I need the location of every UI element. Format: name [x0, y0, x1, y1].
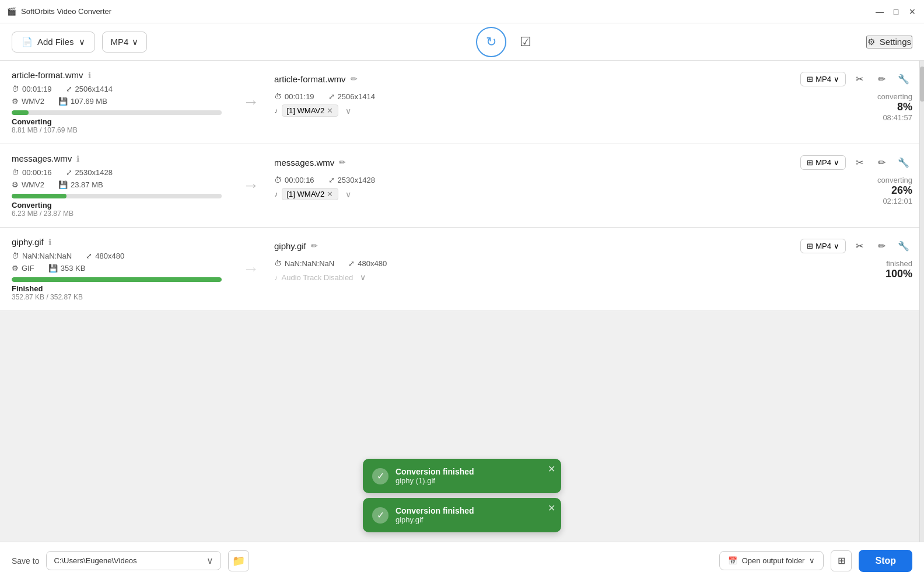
codec-icon: ⚙: [12, 180, 19, 189]
file-meta: ⏱ 00:00:16 ⤢ 2530x1428: [12, 168, 222, 177]
stop-button[interactable]: Stop: [859, 550, 912, 572]
edit-icon[interactable]: ✏: [339, 158, 346, 167]
info-icon[interactable]: ℹ: [48, 238, 51, 247]
toast-close-button[interactable]: ✕: [548, 503, 555, 514]
output-format-tag[interactable]: ⊞ MP4 ∨: [800, 155, 846, 170]
table-row: article-format.wmv ℹ ⏱ 00:01:19 ⤢ 2506x1…: [0, 61, 924, 144]
output-meta: ⏱ NaN:NaN:NaN ⤢ 480x480: [274, 259, 387, 268]
output-resolution: ⤢ 2530x1428: [328, 176, 375, 184]
status-col: converting 8% 08:41:57: [877, 92, 912, 122]
toast-filename: giphy (1).gif: [396, 476, 552, 485]
status-badge: finished: [886, 259, 912, 268]
audio-row: ♪ [1] WMAV2 ✕ ∨: [274, 188, 375, 200]
cut-button[interactable]: ✂: [850, 237, 868, 254]
resize-icon: ⤢: [66, 168, 72, 177]
wrench-button[interactable]: 🔧: [895, 237, 912, 254]
app-icon: 🎬: [7, 7, 16, 16]
codec-item: ⚙ WMV2: [12, 180, 44, 189]
info-icon[interactable]: ℹ: [88, 71, 91, 80]
scrollbar-track[interactable]: [919, 61, 924, 542]
format-tag-chevron: ∨: [834, 242, 839, 250]
file-output-panel: giphy.gif ✏ ⊞ MP4 ∨ ✂ ✏ 🔧: [268, 237, 912, 301]
title-bar: 🎬 SoftOrbits Video Converter — □ ✕: [0, 0, 924, 23]
convert-button[interactable]: ↻: [476, 27, 506, 57]
file-input-panel: article-format.wmv ℹ ⏱ 00:01:19 ⤢ 2506x1…: [12, 70, 233, 134]
time-remaining: 02:12:01: [877, 197, 912, 205]
minimize-button[interactable]: —: [875, 7, 884, 16]
audio-remove-icon[interactable]: ✕: [327, 106, 333, 115]
progress-label: Finished: [12, 284, 222, 293]
open-folder-label: Open output folder: [742, 556, 805, 565]
file-input-panel: giphy.gif ℹ ⏱ NaN:NaN:NaN ⤢ 480x480 ⚙ GI…: [12, 237, 233, 301]
clock-icon: ⏱: [12, 168, 19, 177]
settings-icon: ⚙: [867, 37, 875, 47]
output-duration: ⏱ 00:00:16: [274, 176, 314, 184]
disk-icon: 💾: [58, 97, 68, 106]
app-title: SoftOrbits Video Converter: [21, 7, 111, 16]
edit-icon[interactable]: ✏: [311, 241, 318, 250]
cut-button[interactable]: ✂: [850, 154, 868, 171]
edit-button[interactable]: ✏: [873, 237, 890, 254]
clock-icon: ⏱: [12, 85, 19, 93]
audio-track-badge: [1] WMAV2 ✕: [282, 104, 339, 117]
output-resize-icon: ⤢: [328, 176, 335, 184]
calendar-icon: 📅: [728, 556, 737, 565]
output-header: article-format.wmv ✏ ⊞ MP4 ∨ ✂ ✏ 🔧: [274, 70, 912, 88]
grid-view-button[interactable]: ⊞: [831, 550, 852, 571]
table-row: giphy.gif ℹ ⏱ NaN:NaN:NaN ⤢ 480x480 ⚙ GI…: [0, 228, 924, 311]
cut-button[interactable]: ✂: [850, 70, 868, 88]
browse-folder-button[interactable]: 📁: [228, 550, 249, 571]
format-button[interactable]: MP4 ∨: [102, 32, 148, 53]
path-dropdown-icon[interactable]: ∨: [206, 555, 214, 566]
progress-bar-bg: [12, 110, 222, 115]
edit-button[interactable]: ✏: [873, 70, 890, 88]
wrench-button[interactable]: 🔧: [895, 154, 912, 171]
output-format-tag[interactable]: ⊞ MP4 ∨: [800, 239, 846, 253]
output-meta: ⏱ 00:01:19 ⤢ 2506x1414: [274, 92, 375, 101]
output-clock-icon: ⏱: [274, 259, 282, 268]
table-row: messages.wmv ℹ ⏱ 00:00:16 ⤢ 2530x1428 ⚙ …: [0, 144, 924, 228]
close-button[interactable]: ✕: [908, 7, 917, 16]
codec-icon: ⚙: [12, 264, 19, 273]
status-badge: converting: [877, 92, 912, 101]
time-remaining: 08:41:57: [877, 113, 912, 122]
scrollbar-thumb[interactable]: [920, 67, 924, 102]
add-files-button[interactable]: 📄 Add Files ∨: [12, 32, 95, 53]
toast-filename: giphy.gif: [396, 515, 552, 524]
progress-section: Converting 8.81 MB / 107.69 MB: [12, 110, 222, 134]
output-format-tag[interactable]: ⊞ MP4 ∨: [800, 72, 846, 86]
toast-title: Conversion finished: [396, 506, 552, 515]
progress-size: 352.87 KB / 352.87 KB: [12, 293, 222, 301]
settings-button[interactable]: ⚙ Settings: [866, 36, 912, 48]
wrench-button[interactable]: 🔧: [895, 70, 912, 88]
edit-icon[interactable]: ✏: [351, 74, 358, 83]
save-path-input[interactable]: [54, 556, 203, 565]
size-item: 💾 353 KB: [48, 264, 86, 273]
resolution-item: ⤢ 480x480: [86, 252, 124, 260]
toast-content: Conversion finished giphy (1).gif: [396, 467, 552, 485]
arrow-col: →: [233, 237, 268, 301]
audio-remove-icon[interactable]: ✕: [327, 190, 333, 198]
audio-dropdown-icon[interactable]: ∨: [342, 105, 355, 117]
maximize-button[interactable]: □: [891, 7, 901, 16]
audio-dropdown-icon[interactable]: ∨: [342, 189, 355, 200]
path-input-wrapper: ∨: [46, 551, 221, 570]
save-to-label: Save to: [12, 556, 39, 566]
toast-check-icon: ✓: [372, 468, 388, 484]
audio-dropdown-icon[interactable]: ∨: [356, 271, 369, 283]
progress-bar-fill: [12, 277, 222, 282]
toast-title: Conversion finished: [396, 467, 552, 476]
open-output-folder-button[interactable]: 📅 Open output folder ∨: [719, 551, 824, 570]
status-col: converting 26% 02:12:01: [877, 176, 912, 205]
info-icon[interactable]: ℹ: [76, 154, 79, 163]
progress-bar-fill: [12, 194, 66, 198]
toast-content: Conversion finished giphy.gif: [396, 506, 552, 524]
toast-close-button[interactable]: ✕: [548, 463, 555, 475]
progress-bar-bg: [12, 277, 222, 282]
check-button[interactable]: ☑: [513, 30, 538, 54]
edit-button[interactable]: ✏: [873, 154, 890, 171]
audio-track-badge: [1] WMAV2 ✕: [282, 188, 339, 200]
format-label: MP4: [111, 37, 129, 47]
file-meta-2: ⚙ WMV2 💾 23.87 MB: [12, 180, 222, 189]
output-duration: ⏱ NaN:NaN:NaN: [274, 259, 334, 268]
